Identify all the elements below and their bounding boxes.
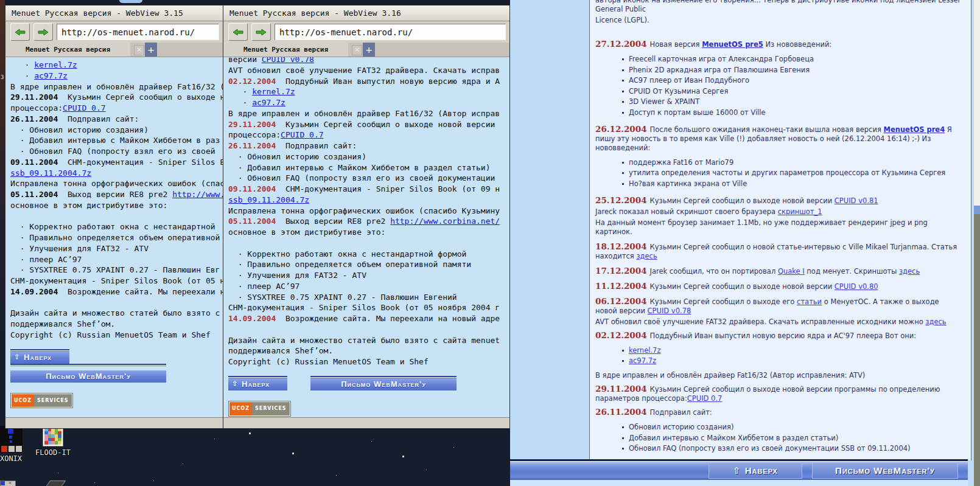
back-button[interactable] [10, 23, 30, 41]
text: Но?вая картинка экрана от Ville [629, 179, 747, 188]
link[interactable]: CPUID v0.78 [648, 307, 691, 315]
text-line [10, 211, 223, 222]
scroll-top-button[interactable]: ⇧ Наверх [709, 462, 802, 479]
news-entry: 02.12.2004Поддубный Иван выпустил новую … [595, 331, 962, 341]
tab-label: Menuet Русская версия [26, 46, 110, 54]
link[interactable]: CPUID 0.7 [687, 394, 723, 403]
mail-webmaster-button[interactable]: Письмо WebMaster'у [10, 370, 166, 383]
scroll-to-top-wrap: ⇧ Наверх [228, 376, 287, 391]
back-arrow-icon [15, 29, 26, 36]
mail-webmaster-label: Письмо WebMaster'у [46, 371, 130, 382]
ucoz-services-badge[interactable]: UCOZ SERVICES [228, 401, 291, 417]
forward-button[interactable] [33, 23, 53, 41]
text: CHM-документация - Sniper Silos Book (от… [276, 184, 500, 193]
scrollbar-thumb[interactable] [974, 206, 980, 214]
entry-date: 18.12.2004 [595, 241, 647, 251]
scroll-top-button[interactable]: ⇧ Наверх [10, 352, 69, 364]
tab-menuet[interactable]: Menuet Русская версия [223, 43, 348, 57]
link[interactable]: MenuetOS pre4 [883, 125, 945, 134]
text: поддерживался Shef’ом. [10, 319, 115, 328]
text: Подправил сайт: [276, 141, 357, 150]
link[interactable]: CPUID v0.78 [262, 57, 314, 64]
tab-menuet[interactable]: Menuet Русская версия [5, 43, 130, 57]
link[interactable]: MenuetOS pre5 [702, 40, 763, 49]
tab-close-button[interactable]: × [352, 45, 362, 55]
link[interactable]: CPUID v0.80 [835, 282, 878, 291]
link[interactable]: http://www.corbina.net/ [390, 217, 500, 226]
text: 29.11.2004 [10, 92, 58, 102]
text: · Обновил историю создания) [228, 152, 366, 161]
link[interactable]: ac97.7z [252, 98, 285, 107]
partial-window-icon-fragment: × [0, 481, 16, 486]
text: поддержка Fat16 от Mario79 [629, 158, 733, 167]
text: Дизайн сайта и множество статей было взя… [10, 308, 220, 318]
desktop: 3 Menuet Русская версия - WebView 3.15 h… [0, 0, 980, 486]
window-titlebar[interactable]: Menuet Русская версия - WebView 3.16 [223, 5, 509, 21]
desktop-icon-xonix[interactable]: XONIX [0, 426, 26, 463]
link[interactable]: ssb_09.11.2004.7z [228, 195, 309, 204]
link[interactable]: ssb_09.11.2004.7z [10, 168, 91, 178]
text-line: 29.11.2004 Кузьмин Сергей сообщил о выхо… [10, 92, 223, 103]
link[interactable]: здесь [899, 267, 920, 276]
desktop-icon-fragment-top [119, 0, 142, 3]
link[interactable]: CPUID v0.81 [835, 196, 878, 205]
back-button[interactable] [228, 23, 248, 41]
text-line: · Обновил FAQ (попросту взял его из свое… [10, 146, 223, 157]
text-line: · kernel.7z [228, 86, 509, 97]
text-line: · Добавил интервью с Майком Хиббетом в р… [10, 135, 223, 146]
link[interactable]: kernel.7z [252, 87, 295, 96]
news-entry: 25.12.2004Кузьмин Сергей сообщил о выход… [595, 196, 962, 206]
url-input[interactable]: http://os-menuet.narod.ru/ [57, 24, 219, 40]
link[interactable]: CPUID 0.7 [63, 103, 105, 113]
link[interactable]: Quake I [778, 267, 805, 276]
scrollbar-track[interactable] [974, 0, 980, 206]
text: 29.11.2004 [228, 120, 276, 129]
text: Поддубный Иван выпустил новую версию ядр… [276, 77, 500, 86]
window-titlebar[interactable]: Menuet Русская версия - WebView 3.15 [5, 5, 223, 21]
news-article-area[interactable]: автора иконок на изменение его творения.… [589, 0, 971, 460]
link[interactable]: здесь [925, 318, 946, 326]
forward-button[interactable] [251, 23, 271, 41]
text: 09.11.2004 [10, 158, 58, 167]
link[interactable]: ac97.7z [629, 356, 656, 365]
paragraph: Licence (LGPL). [595, 16, 962, 25]
url-input[interactable]: http://os-menuet.narod.ru/ [275, 24, 506, 40]
link[interactable]: kernel.7z [629, 346, 660, 355]
link[interactable]: статьи [797, 297, 822, 306]
bullet-list: поддержка Fat16 от Mario79утилита опреде… [621, 158, 962, 189]
text-line: основное в этом дистрибутиве это: [10, 200, 223, 211]
text: Возрождение сайта. Мы переехали н [58, 287, 223, 296]
text-line: Дизайн сайта и множество статей было взя… [10, 308, 223, 319]
scroll-top-button[interactable]: ⇧ Наверх [228, 378, 287, 391]
ucoz-services-badge[interactable]: UCOZ SERVICES [10, 393, 73, 409]
webview-viewport[interactable]: версии CPUID v0.78AVT обновил своё улучш… [223, 57, 509, 417]
text: 26.11.2004 [10, 114, 58, 123]
link[interactable]: здесь [636, 252, 657, 260]
link[interactable]: kernel.7z [34, 60, 77, 69]
bullet-item: Обновил историю создания) [621, 423, 962, 432]
text-line: Copyright (c) Russian MenuetOS Team и Sh… [10, 330, 223, 341]
text: Кузьмин Сергей сообщил о выходе новой ве… [650, 196, 835, 205]
text: · Улучшения для FAT32 - ATV [10, 244, 149, 253]
link[interactable]: ac97.7z [34, 71, 68, 80]
link[interactable]: http://www. [172, 190, 223, 199]
tab-close-button[interactable]: × [134, 45, 144, 55]
new-tab-button[interactable]: + [363, 43, 375, 57]
text: 26.11.2004 [228, 141, 276, 150]
text: · Правильно определяется объем оперативн… [10, 233, 220, 242]
link[interactable]: CPUID 0.7 [281, 130, 323, 139]
text: · Правильно определяется объем оперативн… [228, 260, 471, 269]
text: Выход версии RE8 pre2 [276, 217, 390, 226]
link[interactable]: скриншот_1 [778, 207, 822, 216]
text: Из нововведений: [763, 40, 831, 49]
mail-webmaster-button[interactable]: Письмо WebMaster'у [812, 462, 958, 479]
desktop-icon-flood-it[interactable]: FLOOD-IT [34, 426, 72, 457]
browser-toolbar: http://os-menuet.narod.ru/ [5, 21, 223, 43]
webview-viewport[interactable]: · kernel.7z · ac97.7zВ ядре иправлен и о… [5, 57, 223, 417]
paragraph: На данный момент броузер занимает 1.1Mb,… [595, 218, 962, 237]
text-line: поддерживался Shef’ом. [228, 345, 509, 356]
mail-webmaster-button[interactable]: Письмо WebMaster'у [310, 378, 457, 391]
new-tab-button[interactable]: + [145, 43, 157, 57]
up-arrow-icon: ⇧ [232, 379, 239, 390]
text-line: В ядре иправлен и обновлён драйвер Fat16… [10, 82, 223, 92]
